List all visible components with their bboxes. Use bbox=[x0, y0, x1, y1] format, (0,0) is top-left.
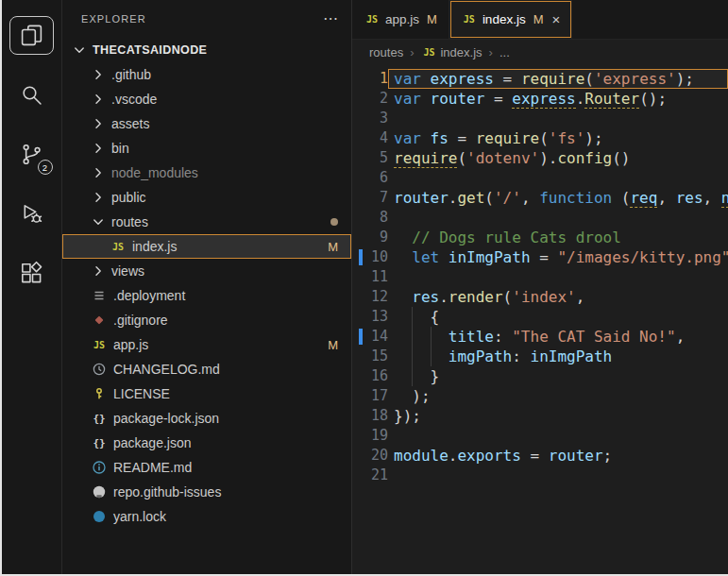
indent-guide bbox=[412, 307, 430, 327]
more-actions-button[interactable]: ⋯ bbox=[323, 14, 338, 24]
code-line-content[interactable]: { bbox=[388, 307, 728, 327]
tree-item-assets[interactable]: assets bbox=[62, 111, 351, 136]
code-line-content[interactable] bbox=[388, 109, 728, 128]
file-item-readme-md[interactable]: README.md bbox=[62, 455, 351, 480]
code-line-content[interactable]: ); bbox=[388, 386, 728, 406]
line-number: 21 bbox=[352, 466, 388, 485]
breadcrumb-label: index.js bbox=[440, 45, 482, 59]
tab-app-js[interactable]: JSapp.jsM bbox=[352, 0, 449, 39]
code-token: , bbox=[521, 189, 539, 207]
activity-item-search[interactable] bbox=[2, 65, 62, 125]
tree-item-views[interactable]: views bbox=[62, 259, 351, 283]
code-token: var bbox=[394, 129, 421, 147]
activity-item-explorer[interactable] bbox=[2, 6, 62, 65]
code-line-content[interactable]: } bbox=[388, 366, 728, 386]
code-token: var bbox=[394, 90, 421, 108]
sidebar-header: EXPLORER ⋯ bbox=[62, 0, 351, 38]
code-token: title bbox=[449, 328, 494, 346]
code-token: fs bbox=[431, 129, 449, 147]
code-line-content[interactable]: let inImgPath = "/images/kitty.png"; bbox=[388, 247, 728, 267]
code-token: : bbox=[494, 328, 512, 346]
tree-item-vscode[interactable]: .vscode bbox=[62, 87, 351, 111]
code-line-content[interactable]: res.render('index', bbox=[388, 287, 728, 307]
activity-item-source-control[interactable]: 2 bbox=[2, 125, 62, 184]
code-line-content[interactable]: }); bbox=[388, 406, 728, 426]
close-icon[interactable]: × bbox=[552, 11, 561, 27]
file-item-package-json[interactable]: {}package.json bbox=[62, 431, 351, 455]
code-line-1: 1var express = require('express'); bbox=[352, 69, 728, 89]
code-line-3: 3 bbox=[352, 109, 728, 128]
code-token: 'express' bbox=[594, 70, 676, 89]
git-modified-badge: M bbox=[533, 12, 544, 26]
braces-icon: {} bbox=[91, 411, 108, 426]
code-line-content[interactable]: require('dotenv').config() bbox=[388, 148, 728, 168]
source-control-badge: 2 bbox=[38, 160, 53, 175]
line-number: 14 bbox=[352, 327, 388, 347]
line-number: 2 bbox=[352, 89, 388, 109]
code-line-8: 8 bbox=[352, 208, 728, 228]
code-line-content[interactable]: // Dogs rule Cats drool bbox=[388, 228, 728, 247]
code-line-content[interactable] bbox=[388, 466, 728, 485]
tree-item-public[interactable]: public bbox=[62, 185, 351, 210]
breadcrumb-item-routes[interactable]: routes bbox=[369, 45, 403, 59]
code-token: . bbox=[449, 447, 458, 465]
tree-item-label: index.js bbox=[132, 239, 177, 254]
run-debug-icon bbox=[19, 201, 44, 227]
code-line-content[interactable]: var express = require('express'); bbox=[388, 69, 728, 89]
code-token: , bbox=[576, 288, 585, 306]
file-item-app-js[interactable]: JSapp.jsM bbox=[62, 332, 351, 357]
code-line-content[interactable]: var fs = require('fs'); bbox=[388, 128, 728, 148]
indent-guide bbox=[394, 228, 412, 247]
code-line-content[interactable]: imgPath: inImgPath bbox=[388, 347, 728, 366]
file-item-gitignore[interactable]: .gitignore bbox=[62, 308, 351, 332]
line-number: 11 bbox=[352, 267, 388, 287]
code-line-content[interactable] bbox=[388, 426, 728, 446]
file-item-deployment[interactable]: .deployment bbox=[62, 283, 351, 308]
file-item-index-js[interactable]: JSindex.jsM bbox=[62, 234, 351, 259]
editor-area: JSapp.jsMJSindex.jsM× routes›JSindex.js›… bbox=[352, 0, 728, 574]
tab-index-js[interactable]: JSindex.jsM× bbox=[449, 0, 572, 39]
tree-item-bin[interactable]: bin bbox=[62, 136, 351, 161]
tree-item-thecatsaidnode[interactable]: THECATSAIDNODE bbox=[62, 38, 351, 62]
code-line-13: 13 { bbox=[352, 307, 728, 327]
file-item-repo-github-issues[interactable]: repo.github-issues bbox=[62, 480, 351, 504]
tab-label: index.js bbox=[483, 12, 526, 26]
modified-line-gutter-marker bbox=[359, 329, 363, 345]
file-item-yarn-lock[interactable]: yarn.lock bbox=[62, 504, 351, 529]
activity-item-run-debug[interactable] bbox=[2, 184, 62, 244]
search-icon bbox=[19, 82, 44, 108]
code-token: ( bbox=[612, 189, 630, 207]
code-line-9: 9 // Dogs rule Cats drool bbox=[352, 228, 728, 247]
tree-item-routes[interactable]: routes bbox=[62, 210, 351, 234]
file-item-package-lock-json[interactable]: {}package-lock.json bbox=[62, 406, 351, 431]
braces-icon: {} bbox=[91, 435, 108, 450]
breadcrumb-item-index-js[interactable]: JSindex.js bbox=[420, 44, 482, 59]
sidebar-title: EXPLORER bbox=[81, 13, 146, 25]
line-number: 17 bbox=[352, 386, 388, 406]
code-token: . bbox=[449, 189, 458, 207]
code-line-6: 6 bbox=[352, 168, 728, 188]
code-line-content[interactable]: router.get('/', function (req, res, next… bbox=[388, 188, 728, 208]
activity-item-extensions[interactable] bbox=[2, 244, 62, 303]
code-line-content[interactable]: title: "The CAT Said No!", bbox=[388, 327, 728, 347]
code-editor: 1var express = require('express');2var r… bbox=[352, 64, 728, 574]
file-item-changelog-md[interactable]: CHANGELOG.md bbox=[62, 357, 351, 381]
line-number: 15 bbox=[352, 347, 388, 366]
line-number: 4 bbox=[352, 128, 388, 148]
code-line-content[interactable] bbox=[388, 208, 728, 228]
code-line-15: 15 imgPath: inImgPath bbox=[352, 347, 728, 366]
code-line-content[interactable] bbox=[388, 267, 728, 287]
tree-item-label: assets bbox=[111, 116, 149, 131]
code-line-content[interactable]: var router = express.Router(); bbox=[388, 89, 728, 109]
breadcrumb-item-[interactable]: ... bbox=[499, 45, 510, 59]
code-line-17: 17 ); bbox=[352, 386, 728, 406]
chevron-right-icon bbox=[91, 141, 106, 156]
code-line-content[interactable] bbox=[388, 168, 728, 188]
code-line-content[interactable]: module.exports = router; bbox=[388, 446, 728, 466]
line-number: 10 bbox=[352, 247, 388, 267]
tree-item-github[interactable]: .github bbox=[62, 62, 351, 87]
js-icon: JS bbox=[110, 239, 127, 254]
tree-item-node-modules[interactable]: node_modules bbox=[62, 161, 351, 185]
file-item-license[interactable]: LICENSE bbox=[62, 381, 351, 406]
line-number: 3 bbox=[352, 109, 388, 128]
